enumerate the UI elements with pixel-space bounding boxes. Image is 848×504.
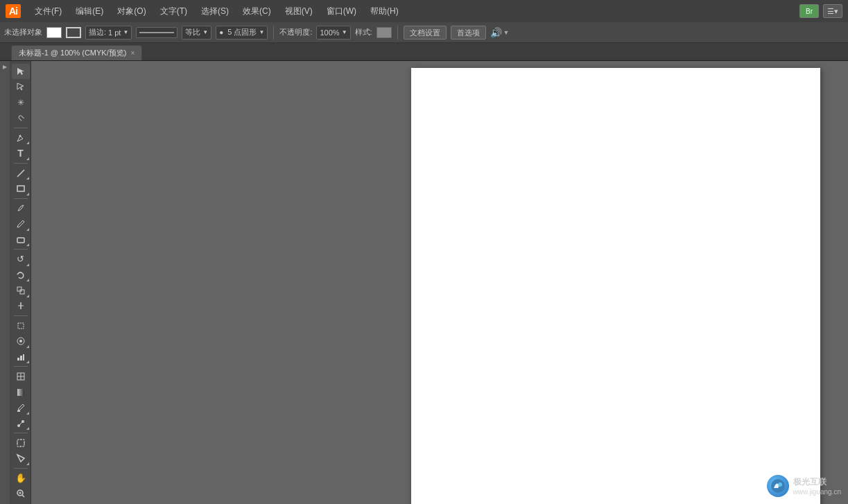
artboard-tool[interactable]: [12, 435, 30, 451]
opacity-arrow: ▼: [342, 29, 347, 35]
rotate-tool[interactable]: ↺: [12, 252, 30, 267]
svg-marker-1: [17, 83, 24, 90]
symbol-sub-indicator: [26, 345, 29, 348]
selection-tool[interactable]: [12, 64, 30, 79]
scale-sub-indicator: [26, 295, 29, 297]
separator-1: [273, 26, 274, 40]
column-graph-tool[interactable]: [12, 349, 30, 365]
lasso-tool[interactable]: ⊂: [12, 111, 30, 126]
ruler-arrow-icon: ▶: [3, 64, 7, 70]
options-bar: 未选择对象 描边: 1 pt ▼ 等比 ▼ ● 5 点固形 ▼ 不透明度: 10…: [0, 22, 848, 43]
svg-rect-10: [18, 323, 24, 329]
watermark-url: www.jiguang.cn: [793, 488, 841, 496]
bridge-btn[interactable]: Br: [799, 4, 819, 18]
slice-tool[interactable]: [12, 451, 30, 467]
menu-bar: 文件(F) 编辑(E) 对象(O) 文字(T) 选择(S) 效果(C) 视图(V…: [29, 3, 404, 20]
canvas-area[interactable]: 极光互联 www.jiguang.cn: [31, 61, 848, 504]
stroke-dropdown-arrow: ▼: [123, 29, 128, 35]
speaker-control[interactable]: 🔊 ▼: [490, 27, 510, 38]
opacity-label: 不透明度:: [279, 27, 312, 37]
menu-effect[interactable]: 效果(C): [237, 3, 277, 20]
tool-sep-1: [14, 128, 28, 128]
pencil-sub-indicator: [26, 228, 29, 231]
magic-wand-tool[interactable]: ✳: [12, 95, 30, 110]
direct-selection-tool[interactable]: [12, 80, 30, 95]
pen-tool[interactable]: [12, 130, 30, 146]
width-tool[interactable]: [12, 299, 30, 314]
svg-rect-19: [17, 389, 24, 396]
svg-line-3: [17, 170, 24, 177]
line-tool[interactable]: [12, 166, 30, 181]
symbol-sprayer-tool[interactable]: [12, 333, 30, 349]
separator-2: [397, 26, 398, 40]
paintbrush-tool[interactable]: [12, 201, 30, 216]
stroke-label: 描边:: [89, 27, 106, 37]
menu-help[interactable]: 帮助(H): [365, 3, 404, 20]
rotate-sub-indicator: [26, 263, 29, 266]
rect-sub-indicator: [26, 193, 29, 195]
workspace-btn[interactable]: ☰▾: [823, 4, 842, 18]
menu-view[interactable]: 视图(V): [279, 3, 318, 20]
line-type-label: 等比: [185, 27, 200, 37]
stroke-swatch[interactable]: [66, 27, 81, 38]
tab-title: 未标题-1 @ 100% (CMYK/预览): [19, 48, 126, 58]
hand-icon: ✋: [15, 473, 26, 483]
brush-label: 5 点固形: [227, 27, 257, 37]
svg-rect-6: [17, 287, 21, 291]
app-logo: Ai: [6, 4, 21, 18]
svg-rect-7: [20, 290, 24, 294]
zoom-tool[interactable]: [12, 487, 30, 502]
eyedropper-sub-indicator: [26, 412, 29, 415]
menu-text[interactable]: 文字(T): [155, 3, 193, 20]
pen-sub-indicator: [26, 141, 29, 144]
tool-sep-2: [14, 163, 28, 164]
scale-tool[interactable]: [12, 283, 30, 298]
menu-object[interactable]: 对象(O): [112, 3, 151, 20]
text-sub-indicator: [26, 157, 29, 160]
line-type-dropdown[interactable]: 等比 ▼: [182, 26, 211, 40]
preferences-button[interactable]: 首选项: [451, 26, 486, 40]
rectangle-tool[interactable]: [12, 181, 30, 196]
document-tab[interactable]: 未标题-1 @ 100% (CMYK/预览) ×: [11, 45, 142, 60]
blend-sub-indicator: [26, 427, 29, 430]
mesh-tool[interactable]: [12, 369, 30, 384]
watermark-text: 极光互联 www.jiguang.cn: [793, 476, 841, 496]
slice-sub-indicator: [26, 462, 29, 465]
free-transform-tool[interactable]: [12, 318, 30, 333]
stroke-dropdown[interactable]: 描边: 1 pt ▼: [85, 26, 132, 40]
eyedropper-tool[interactable]: [12, 400, 30, 415]
watermark-brand: 极光互联: [793, 476, 841, 488]
brush-dropdown[interactable]: ● 5 点固形 ▼: [216, 26, 268, 40]
svg-rect-15: [23, 354, 24, 360]
opacity-dropdown[interactable]: 100% ▼: [316, 26, 350, 40]
menu-window[interactable]: 窗口(W): [321, 3, 362, 20]
text-tool-icon: T: [17, 148, 24, 159]
brush-arrow: ▼: [259, 29, 265, 35]
blend-tool[interactable]: [12, 416, 30, 431]
gradient-tool[interactable]: [12, 385, 30, 400]
toolbox: ✳ ⊂ T: [10, 61, 31, 504]
hand-tool[interactable]: ✋: [12, 471, 30, 486]
fill-swatch[interactable]: [46, 27, 62, 38]
svg-rect-5: [17, 238, 24, 243]
line-type-preview[interactable]: [136, 27, 178, 38]
tab-close-button[interactable]: ×: [130, 49, 135, 57]
menu-edit[interactable]: 编辑(E): [70, 3, 109, 20]
text-tool[interactable]: T: [12, 146, 30, 161]
style-label: 样式:: [355, 27, 372, 37]
svg-rect-13: [17, 358, 19, 360]
svg-line-23: [19, 422, 23, 426]
style-swatch[interactable]: [377, 27, 392, 38]
tool-sep-6: [14, 366, 28, 367]
no-selection-label: 未选择对象: [4, 27, 42, 37]
left-ruler: ▶: [0, 61, 10, 504]
doc-settings-button[interactable]: 文档设置: [404, 26, 447, 40]
eraser-tool[interactable]: [12, 232, 30, 247]
svg-marker-0: [17, 68, 24, 75]
warp-tool[interactable]: [12, 268, 30, 283]
menu-file[interactable]: 文件(F): [29, 3, 67, 20]
warp-sub-indicator: [26, 279, 29, 281]
tool-sep-7: [14, 433, 28, 433]
pencil-tool[interactable]: [12, 216, 30, 232]
menu-select[interactable]: 选择(S): [196, 3, 234, 20]
